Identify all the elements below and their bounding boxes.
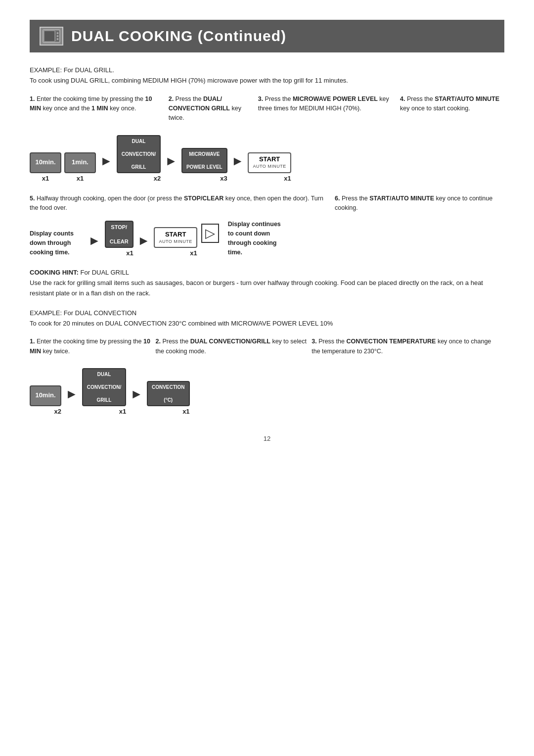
bottom-conv-block: CONVECTION (°C) x1 — [147, 381, 190, 415]
step-5: 5. Halfway through cooking, open the doo… — [30, 194, 335, 216]
svg-rect-1 — [44, 31, 55, 42]
step-6-text: 6. Press the START/AUTO MINUTE key once … — [335, 194, 499, 213]
bottom-step-2: 2. Press the DUAL CONVECTION/GRILL key t… — [155, 337, 312, 359]
steps-row-1: 1. Enter the cookimg time by pressing th… — [30, 94, 504, 126]
key-dual-grill[interactable]: DUAL CONVECTION/ GRILL — [117, 135, 161, 173]
step-2-text: 2. Press the DUAL/ CONVECTION GRILL key … — [169, 94, 253, 123]
example2-label: EXAMPLE: For DUAL CONVECTION — [30, 309, 504, 317]
step-4-text: 4. Press the START/AUTO MINUTE key once … — [400, 94, 499, 114]
arrow-6: ► — [65, 386, 78, 402]
key-1min[interactable]: 1min. — [64, 152, 96, 173]
display-label: Display counts down through cooking time… — [30, 229, 84, 257]
page-title: DUAL COOKING (Continued) — [71, 28, 286, 45]
bottom-timer-block: 10min. x2 — [30, 385, 61, 415]
hint1-text: Use the rack for grilling small items su… — [30, 278, 504, 298]
key-10min-bottom[interactable]: 10min. — [30, 385, 61, 406]
step-1: 1. Enter the cookimg time by pressing th… — [30, 94, 169, 117]
step-4: 4. Press the START/AUTO MINUTE key once … — [400, 94, 504, 117]
count-1a: x1 — [30, 175, 61, 182]
example2-desc: To cook for 20 minutes on DUAL CONVECTIO… — [30, 319, 504, 329]
arrow-4: ► — [88, 233, 101, 248]
step-3: 3. Press the MICROWAVE POWER LEVEL key t… — [258, 94, 400, 117]
arrow-1: ► — [100, 153, 113, 169]
step-2: 2. Press the DUAL/ CONVECTION GRILL key … — [169, 94, 258, 126]
bottom-step-2-text: 2. Press the DUAL CONVECTION/GRILL key t… — [155, 337, 307, 356]
bottom-step-3: 3. Press the CONVECTION TEMPERATURE key … — [312, 337, 504, 359]
count-3: x3 — [220, 175, 227, 182]
hint1-label: COOKING HINT: For DUAL GRILL — [30, 269, 504, 276]
svg-point-4 — [57, 35, 59, 37]
display-row: Display counts down through cooking time… — [30, 220, 504, 257]
example1-desc: To cook using DUAL GRILL, combining MEDI… — [30, 76, 504, 86]
keys-row-bottom: 10min. x2 ► DUAL CONVECTION/ GRILL x1 ► … — [30, 368, 504, 415]
bottom-step-1: 1. Enter the cooking time by pressing th… — [30, 337, 155, 359]
example2-section: EXAMPLE: For DUAL CONVECTION To cook for… — [30, 309, 504, 415]
arrow-3: ► — [231, 153, 244, 169]
key-microwave-pl[interactable]: MICROWAVE POWER LEVEL — [181, 148, 227, 173]
key-convection-temp[interactable]: CONVECTION (°C) — [147, 381, 190, 406]
arrow-outline: ▷ — [201, 224, 219, 243]
bottom-count-3: x1 — [182, 408, 189, 415]
dual-grill-block: DUAL CONVECTION/ GRILL x2 — [117, 135, 161, 182]
display-continues: Display continues to count down through … — [228, 220, 281, 257]
step-3-text: 3. Press the MICROWAVE POWER LEVEL key t… — [258, 94, 395, 114]
key-start-2[interactable]: START AUTO MINUTE — [154, 227, 197, 248]
bottom-step-1-text: 1. Enter the cooking time by pressing th… — [30, 337, 150, 356]
keys-row-1: 10min. 1min. x1 x1 ► DUAL CONVECTION/ GR… — [30, 135, 504, 182]
step-5-text: 5. Halfway through cooking, open the doo… — [30, 194, 330, 213]
example1-label: EXAMPLE: For DUAL GRILL. — [30, 66, 504, 74]
count-5: x1 — [126, 249, 133, 257]
timer-keys-block: 10min. 1min. x1 x1 — [30, 152, 96, 182]
steps-row-3: 1. Enter the cooking time by pressing th… — [30, 337, 504, 359]
example1-section: EXAMPLE: For DUAL GRILL. To cook using D… — [30, 66, 504, 298]
key-dual-convection[interactable]: DUAL CONVECTION/ GRILL — [82, 368, 126, 406]
count-2: x2 — [154, 175, 161, 182]
step-1-text: 1. Enter the cookimg time by pressing th… — [30, 94, 164, 114]
arrow-2: ► — [165, 153, 178, 169]
svg-point-3 — [57, 32, 59, 34]
bottom-dual-block: DUAL CONVECTION/ GRILL x1 — [82, 368, 126, 415]
microwave-icon — [40, 27, 63, 46]
page-number: 12 — [30, 435, 504, 442]
step-6: 6. Press the START/AUTO MINUTE key once … — [335, 194, 504, 216]
start-block-2: START AUTO MINUTE x1 — [154, 227, 197, 257]
start-block-1: START AUTO MINUTE x1 — [248, 152, 291, 182]
bottom-count-2: x1 — [119, 408, 126, 415]
count-1b: x1 — [64, 175, 96, 182]
microwave-pl-block: MICROWAVE POWER LEVEL x3 — [181, 148, 227, 182]
key-10min[interactable]: 10min. — [30, 152, 61, 173]
steps-row-2: 5. Halfway through cooking, open the doo… — [30, 194, 504, 216]
svg-point-5 — [57, 38, 59, 40]
bottom-count-1: x2 — [54, 408, 61, 415]
arrow-7: ► — [130, 386, 143, 402]
stop-clear-block: STOP/ CLEAR x1 — [105, 221, 134, 257]
bottom-step-3-text: 3. Press the CONVECTION TEMPERATURE key … — [312, 337, 499, 356]
page-header: DUAL COOKING (Continued) — [30, 20, 504, 52]
count-6: x1 — [190, 249, 197, 257]
key-start-1[interactable]: START AUTO MINUTE — [248, 152, 291, 173]
arrow-5: ► — [137, 233, 150, 248]
key-stop-clear[interactable]: STOP/ CLEAR — [105, 221, 134, 248]
count-4: x1 — [284, 175, 291, 182]
